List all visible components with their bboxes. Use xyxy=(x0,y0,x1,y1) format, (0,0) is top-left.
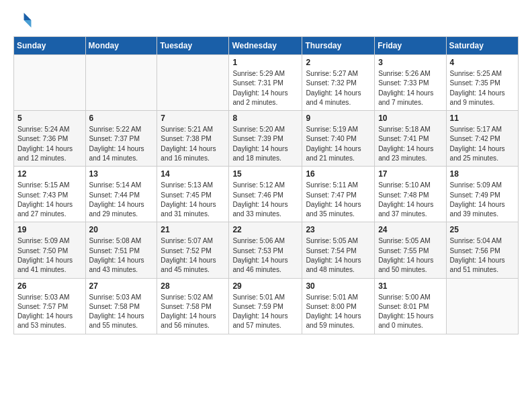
day-number: 28 xyxy=(161,281,225,291)
day-info: Sunrise: 5:08 AM Sunset: 7:51 PM Dayligh… xyxy=(89,236,154,275)
day-cell: 13Sunrise: 5:14 AM Sunset: 7:44 PM Dayli… xyxy=(85,167,157,222)
day-number: 3 xyxy=(378,58,442,67)
day-number: 21 xyxy=(161,225,225,234)
day-cell: 20Sunrise: 5:08 AM Sunset: 7:51 PM Dayli… xyxy=(85,222,157,278)
day-number: 23 xyxy=(306,225,371,234)
day-info: Sunrise: 5:26 AM Sunset: 7:33 PM Dayligh… xyxy=(378,69,442,107)
day-number: 19 xyxy=(17,225,82,234)
day-number: 31 xyxy=(378,281,442,291)
day-cell: 3Sunrise: 5:26 AM Sunset: 7:33 PM Daylig… xyxy=(375,55,446,111)
day-number: 22 xyxy=(232,225,298,234)
day-cell: 24Sunrise: 5:05 AM Sunset: 7:55 PM Dayli… xyxy=(375,222,446,278)
day-cell: 27Sunrise: 5:03 AM Sunset: 7:58 PM Dayli… xyxy=(85,278,157,334)
col-header-sunday: Sunday xyxy=(14,37,86,55)
day-cell: 25Sunrise: 5:04 AM Sunset: 7:56 PM Dayli… xyxy=(446,222,518,278)
day-cell: 5Sunrise: 5:24 AM Sunset: 7:36 PM Daylig… xyxy=(14,111,86,167)
col-header-monday: Monday xyxy=(85,37,157,55)
day-number: 25 xyxy=(450,225,515,234)
week-row-4: 19Sunrise: 5:09 AM Sunset: 7:50 PM Dayli… xyxy=(14,222,519,278)
day-info: Sunrise: 5:19 AM Sunset: 7:40 PM Dayligh… xyxy=(306,125,371,163)
day-info: Sunrise: 5:07 AM Sunset: 7:52 PM Dayligh… xyxy=(161,236,225,275)
day-info: Sunrise: 5:09 AM Sunset: 7:49 PM Dayligh… xyxy=(450,181,515,219)
day-cell xyxy=(14,55,86,111)
day-number: 12 xyxy=(17,169,82,179)
day-number: 11 xyxy=(450,113,515,123)
day-number: 15 xyxy=(232,169,298,179)
week-row-3: 12Sunrise: 5:15 AM Sunset: 7:43 PM Dayli… xyxy=(14,167,519,222)
day-number: 17 xyxy=(378,169,442,179)
day-info: Sunrise: 5:17 AM Sunset: 7:42 PM Dayligh… xyxy=(450,125,515,163)
header-row: SundayMondayTuesdayWednesdayThursdayFrid… xyxy=(14,37,519,55)
day-cell: 21Sunrise: 5:07 AM Sunset: 7:52 PM Dayli… xyxy=(157,222,229,278)
day-info: Sunrise: 5:11 AM Sunset: 7:47 PM Dayligh… xyxy=(306,181,371,219)
day-info: Sunrise: 5:25 AM Sunset: 7:35 PM Dayligh… xyxy=(450,69,515,107)
day-info: Sunrise: 5:21 AM Sunset: 7:38 PM Dayligh… xyxy=(161,125,225,163)
day-number: 20 xyxy=(89,225,154,234)
day-info: Sunrise: 5:10 AM Sunset: 7:48 PM Dayligh… xyxy=(378,181,442,219)
day-number: 9 xyxy=(306,113,371,123)
day-cell: 23Sunrise: 5:05 AM Sunset: 7:54 PM Dayli… xyxy=(302,222,375,278)
svg-marker-0 xyxy=(24,13,32,20)
day-info: Sunrise: 5:24 AM Sunset: 7:36 PM Dayligh… xyxy=(17,125,82,163)
calendar-page: SundayMondayTuesdayWednesdayThursdayFrid… xyxy=(0,0,532,345)
day-number: 29 xyxy=(232,281,298,291)
day-info: Sunrise: 5:12 AM Sunset: 7:46 PM Dayligh… xyxy=(232,181,298,219)
day-number: 2 xyxy=(306,58,371,67)
day-cell: 1Sunrise: 5:29 AM Sunset: 7:31 PM Daylig… xyxy=(229,55,302,111)
day-cell: 26Sunrise: 5:03 AM Sunset: 7:57 PM Dayli… xyxy=(14,278,86,334)
day-number: 27 xyxy=(89,281,154,291)
header xyxy=(13,11,519,30)
day-cell: 22Sunrise: 5:06 AM Sunset: 7:53 PM Dayli… xyxy=(229,222,302,278)
day-info: Sunrise: 5:03 AM Sunset: 7:57 PM Dayligh… xyxy=(17,293,82,331)
day-number: 18 xyxy=(450,169,515,179)
day-cell: 17Sunrise: 5:10 AM Sunset: 7:48 PM Dayli… xyxy=(375,167,446,222)
day-cell: 19Sunrise: 5:09 AM Sunset: 7:50 PM Dayli… xyxy=(14,222,86,278)
col-header-friday: Friday xyxy=(375,37,446,55)
day-number: 6 xyxy=(89,113,154,123)
day-number: 4 xyxy=(450,58,515,67)
day-info: Sunrise: 5:06 AM Sunset: 7:53 PM Dayligh… xyxy=(232,236,298,275)
day-number: 13 xyxy=(89,169,154,179)
day-info: Sunrise: 5:05 AM Sunset: 7:55 PM Dayligh… xyxy=(378,236,442,275)
day-cell: 12Sunrise: 5:15 AM Sunset: 7:43 PM Dayli… xyxy=(14,167,86,222)
day-cell xyxy=(446,278,518,334)
day-cell: 4Sunrise: 5:25 AM Sunset: 7:35 PM Daylig… xyxy=(446,55,518,111)
day-info: Sunrise: 5:04 AM Sunset: 7:56 PM Dayligh… xyxy=(450,236,515,275)
col-header-wednesday: Wednesday xyxy=(229,37,302,55)
day-cell: 14Sunrise: 5:13 AM Sunset: 7:45 PM Dayli… xyxy=(157,167,229,222)
day-info: Sunrise: 5:29 AM Sunset: 7:31 PM Dayligh… xyxy=(232,69,298,107)
day-info: Sunrise: 5:00 AM Sunset: 8:01 PM Dayligh… xyxy=(378,293,442,331)
day-number: 5 xyxy=(17,113,82,123)
svg-marker-1 xyxy=(24,20,32,28)
col-header-saturday: Saturday xyxy=(446,37,518,55)
day-number: 30 xyxy=(306,281,371,291)
day-info: Sunrise: 5:20 AM Sunset: 7:39 PM Dayligh… xyxy=(232,125,298,163)
day-number: 26 xyxy=(17,281,82,291)
day-cell: 2Sunrise: 5:27 AM Sunset: 7:32 PM Daylig… xyxy=(302,55,375,111)
calendar-table: SundayMondayTuesdayWednesdayThursdayFrid… xyxy=(13,36,519,334)
day-info: Sunrise: 5:02 AM Sunset: 7:58 PM Dayligh… xyxy=(161,293,225,331)
day-cell: 6Sunrise: 5:22 AM Sunset: 7:37 PM Daylig… xyxy=(85,111,157,167)
day-info: Sunrise: 5:03 AM Sunset: 7:58 PM Dayligh… xyxy=(89,293,154,331)
day-cell: 9Sunrise: 5:19 AM Sunset: 7:40 PM Daylig… xyxy=(302,111,375,167)
day-cell: 10Sunrise: 5:18 AM Sunset: 7:41 PM Dayli… xyxy=(375,111,446,167)
day-info: Sunrise: 5:01 AM Sunset: 7:59 PM Dayligh… xyxy=(232,293,298,331)
day-cell: 30Sunrise: 5:01 AM Sunset: 8:00 PM Dayli… xyxy=(302,278,375,334)
day-cell: 15Sunrise: 5:12 AM Sunset: 7:46 PM Dayli… xyxy=(229,167,302,222)
logo xyxy=(13,11,35,30)
week-row-2: 5Sunrise: 5:24 AM Sunset: 7:36 PM Daylig… xyxy=(14,111,519,167)
logo-icon xyxy=(13,11,32,30)
day-number: 10 xyxy=(378,113,442,123)
day-cell: 29Sunrise: 5:01 AM Sunset: 7:59 PM Dayli… xyxy=(229,278,302,334)
day-cell xyxy=(157,55,229,111)
day-cell: 8Sunrise: 5:20 AM Sunset: 7:39 PM Daylig… xyxy=(229,111,302,167)
day-cell: 7Sunrise: 5:21 AM Sunset: 7:38 PM Daylig… xyxy=(157,111,229,167)
day-info: Sunrise: 5:05 AM Sunset: 7:54 PM Dayligh… xyxy=(306,236,371,275)
day-cell: 18Sunrise: 5:09 AM Sunset: 7:49 PM Dayli… xyxy=(446,167,518,222)
day-cell: 16Sunrise: 5:11 AM Sunset: 7:47 PM Dayli… xyxy=(302,167,375,222)
day-number: 7 xyxy=(161,113,225,123)
day-info: Sunrise: 5:27 AM Sunset: 7:32 PM Dayligh… xyxy=(306,69,371,107)
day-info: Sunrise: 5:14 AM Sunset: 7:44 PM Dayligh… xyxy=(89,181,154,219)
day-info: Sunrise: 5:22 AM Sunset: 7:37 PM Dayligh… xyxy=(89,125,154,163)
day-cell xyxy=(85,55,157,111)
